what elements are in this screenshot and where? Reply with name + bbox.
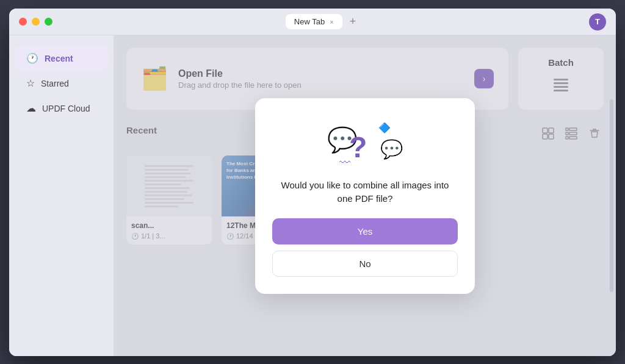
tab-bar: New Tab × + [60, 14, 582, 29]
svg-text:🔷: 🔷 [378, 122, 391, 134]
dialog-overlay: 💬 💬 🔷 〰 ? Would you like to combine all … [114, 35, 616, 356]
minimize-window-button[interactable] [32, 18, 40, 26]
new-tab[interactable]: New Tab × [286, 14, 342, 29]
clock-icon: 🕐 [26, 52, 38, 64]
dialog-message: Would you like to combine all images int… [272, 179, 458, 206]
close-tab-icon[interactable]: × [330, 18, 333, 26]
titlebar: New Tab × + T [9, 9, 616, 35]
svg-text:💬: 💬 [380, 138, 403, 160]
main-content: 🕐 Recent ☆ Starred ☁ UPDF Cloud 🗂️ Open … [9, 35, 616, 356]
no-button[interactable]: No [272, 251, 458, 277]
sidebar-item-recent-label: Recent [45, 54, 73, 63]
sidebar-item-cloud-label: UPDF Cloud [42, 104, 90, 113]
sidebar-item-updf-cloud[interactable]: ☁ UPDF Cloud [14, 96, 109, 120]
traffic-lights [19, 18, 52, 26]
dialog-illustration: 💬 💬 🔷 〰 ? [322, 118, 408, 166]
sidebar-item-starred-label: Starred [41, 79, 69, 88]
sidebar: 🕐 Recent ☆ Starred ☁ UPDF Cloud [9, 35, 114, 356]
svg-text:?: ? [349, 131, 367, 163]
sidebar-item-recent[interactable]: 🕐 Recent [14, 46, 109, 70]
cloud-icon: ☁ [26, 102, 36, 114]
dialog: 💬 💬 🔷 〰 ? Would you like to combine all … [255, 98, 475, 294]
main-window: New Tab × + T 🕐 Recent ☆ Starred ☁ UPDF … [9, 9, 616, 356]
close-window-button[interactable] [19, 18, 27, 26]
maximize-window-button[interactable] [45, 18, 52, 26]
dialog-buttons: Yes No [272, 218, 458, 277]
avatar[interactable]: T [589, 13, 606, 30]
content-area: 🗂️ Open File Drag and drop the file here… [114, 35, 616, 356]
sidebar-item-starred[interactable]: ☆ Starred [14, 71, 109, 95]
yes-button[interactable]: Yes [272, 218, 458, 244]
add-tab-button[interactable]: + [350, 15, 356, 28]
dialog-emoji-illustration: 💬 💬 🔷 〰 ? [322, 118, 408, 170]
tab-title: New Tab [294, 17, 325, 26]
star-icon: ☆ [26, 77, 35, 89]
